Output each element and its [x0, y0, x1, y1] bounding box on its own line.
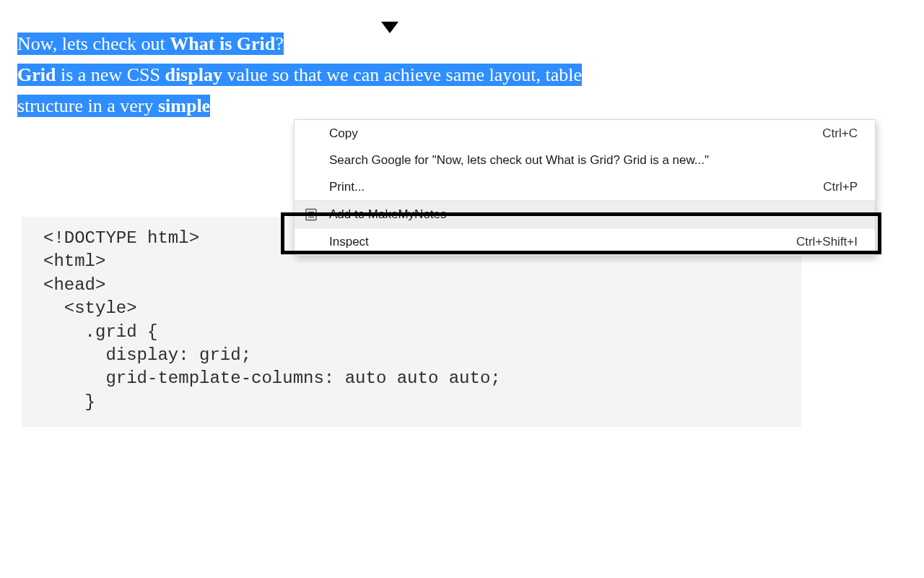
text-segment: Now, lets check out	[17, 33, 170, 54]
article-area: Now, lets check out What is Grid? Grid i…	[0, 0, 924, 122]
menu-shortcut: Ctrl+C	[822, 126, 858, 141]
menu-item-copy[interactable]: Copy Ctrl+C	[295, 120, 875, 147]
menu-label: Add to MakeMyNotes	[329, 207, 447, 222]
menu-item-inspect[interactable]: Inspect Ctrl+Shift+I	[295, 228, 875, 255]
text-segment: is a new CSS	[56, 64, 165, 85]
text-segment: value so that we can achieve same layout…	[222, 64, 582, 85]
text-bold: simple	[158, 95, 210, 116]
text-bold: Grid	[17, 64, 56, 85]
text-segment: structure in a very	[17, 95, 158, 116]
article-paragraph[interactable]: Now, lets check out What is Grid? Grid i…	[17, 29, 710, 122]
menu-item-search[interactable]: Search Google for "Now, lets check out W…	[295, 147, 875, 173]
menu-item-add-to-makemynotes[interactable]: Add to MakeMyNotes	[295, 201, 875, 228]
menu-label: Inspect	[329, 235, 369, 249]
menu-item-print[interactable]: Print... Ctrl+P	[295, 173, 875, 200]
notes-icon	[305, 208, 318, 221]
caret-down-icon	[381, 22, 398, 33]
menu-shortcut: Ctrl+Shift+I	[796, 235, 858, 249]
text-bold: What is Grid	[170, 33, 275, 54]
menu-label: Print...	[329, 180, 365, 194]
text-bold: display	[165, 64, 222, 85]
text-segment: ?	[275, 33, 284, 54]
menu-label: Search Google for "Now, lets check out W…	[329, 153, 709, 168]
menu-shortcut: Ctrl+P	[823, 180, 858, 194]
context-menu: Copy Ctrl+C Search Google for "Now, lets…	[294, 119, 876, 256]
menu-label: Copy	[329, 126, 358, 141]
